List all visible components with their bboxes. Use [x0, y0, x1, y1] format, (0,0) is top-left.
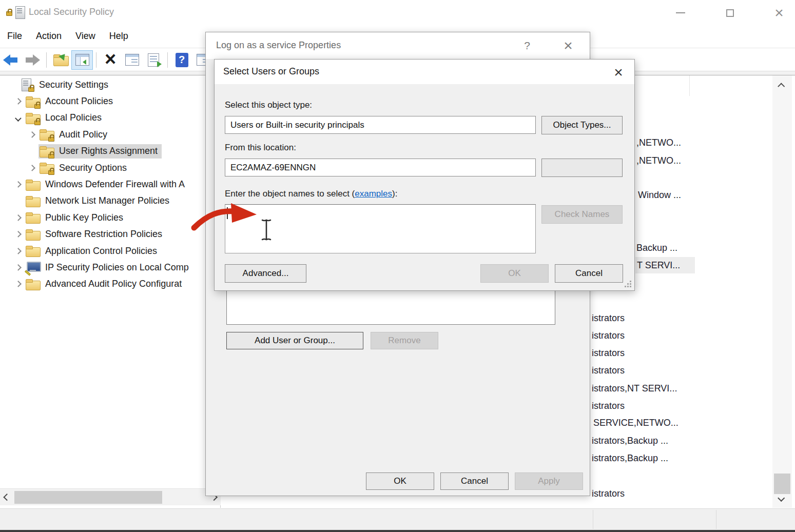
close-button[interactable]: ×: [770, 5, 788, 21]
list-row[interactable]: istrators: [592, 362, 625, 379]
chevron-right-icon[interactable]: [15, 281, 21, 287]
expander[interactable]: [11, 93, 25, 109]
up-one-level-button[interactable]: [50, 50, 71, 70]
dialog-close-button[interactable]: ×: [607, 63, 630, 82]
scroll-left-icon[interactable]: [3, 494, 11, 501]
chevron-right-icon[interactable]: [15, 214, 21, 221]
object-type-field[interactable]: Users or Built-in security principals: [225, 116, 536, 134]
list-row[interactable]: Backup ...: [636, 240, 677, 256]
list-row[interactable]: SERVICE,NETWO...: [593, 415, 678, 431]
list-row[interactable]: ,NETWO...: [636, 134, 681, 151]
expander[interactable]: [11, 259, 25, 275]
back-button[interactable]: [0, 50, 22, 70]
object-type-label: Select this object type:: [225, 100, 312, 110]
list-row[interactable]: istrators: [592, 345, 625, 361]
help-icon: ?: [176, 53, 188, 67]
tree-item-label: Application Control Policies: [45, 246, 157, 257]
list-row[interactable]: Window ...: [638, 187, 681, 203]
chevron-right-icon[interactable]: [15, 98, 21, 104]
object-names-input[interactable]: [225, 204, 536, 253]
resize-grip[interactable]: [625, 281, 632, 288]
cancel-button[interactable]: Cancel: [555, 264, 623, 283]
tree-item-advanced-audit-policy-configurat[interactable]: Advanced Audit Policy Configurat: [0, 276, 220, 292]
vertical-scrollbar[interactable]: [772, 75, 792, 508]
back-icon: [3, 54, 18, 66]
object-types-button[interactable]: Object Types...: [541, 116, 623, 134]
tree-item-public-key-policies[interactable]: Public Key Policies: [0, 209, 220, 226]
tree-item-user-rights-assignment[interactable]: User Rights Assignment: [0, 143, 220, 160]
tree-item-security-settings[interactable]: Security Settings: [0, 76, 220, 93]
horizontal-scrollbar[interactable]: [0, 488, 221, 505]
menu-view[interactable]: View: [75, 31, 95, 42]
tree-item-ip-security-policies-on-local-comp[interactable]: IP Security Policies on Local Comp: [0, 259, 220, 275]
chevron-right-icon[interactable]: [15, 248, 21, 254]
expander[interactable]: [25, 160, 38, 176]
tree-item-security-options[interactable]: Security Options: [0, 160, 220, 176]
list-row[interactable]: istrators: [592, 485, 625, 502]
expander[interactable]: [11, 226, 25, 243]
ok-button[interactable]: OK: [366, 472, 434, 490]
maximize-icon: [726, 9, 734, 17]
menu-help[interactable]: Help: [109, 31, 128, 42]
minimize-button[interactable]: [672, 5, 689, 21]
list-row[interactable]: T SERVI...: [635, 257, 695, 273]
chevron-right-icon[interactable]: [29, 165, 35, 171]
list-row[interactable]: istrators,NT SERVI...: [592, 380, 677, 397]
tree-item-network-list-manager-policies[interactable]: Network List Manager Policies: [0, 193, 220, 209]
expander[interactable]: [11, 243, 25, 259]
advanced-button[interactable]: Advanced...: [225, 264, 306, 283]
tree-item-account-policies[interactable]: Account Policies: [0, 93, 220, 109]
chevron-down-icon[interactable]: [15, 115, 21, 121]
location-field[interactable]: EC2AMAZ-69ENNGN: [225, 159, 536, 176]
ok-button: OK: [480, 264, 549, 283]
export-list-button[interactable]: [143, 50, 164, 70]
tree-item-windows-defender-firewall-with-a[interactable]: Windows Defender Firewall with A: [0, 176, 220, 192]
expander[interactable]: [11, 176, 25, 192]
tree-item-label: Advanced Audit Policy Configurat: [45, 279, 182, 289]
chevron-right-icon[interactable]: [15, 231, 21, 237]
expander: [11, 193, 25, 209]
locations-button[interactable]: [541, 159, 623, 177]
tree-item-audit-policy[interactable]: Audit Policy: [0, 126, 220, 143]
check-names-button: Check Names: [541, 205, 623, 224]
chevron-right-icon[interactable]: [15, 181, 21, 187]
chevron-right-icon[interactable]: [29, 131, 35, 137]
folder-icon: [26, 278, 42, 290]
tree-item-label: Security Options: [59, 163, 127, 173]
list-row[interactable]: istrators: [592, 327, 625, 344]
list-row[interactable]: istrators: [592, 398, 625, 414]
examples-link[interactable]: examples: [355, 189, 392, 199]
toolbar-separator: [96, 52, 96, 68]
list-row[interactable]: istrators,Backup ...: [592, 450, 668, 466]
tree-item-software-restriction-policies[interactable]: Software Restriction Policies: [0, 226, 220, 243]
delete-button[interactable]: ×: [100, 50, 121, 70]
properties-button[interactable]: [121, 50, 143, 70]
help-button[interactable]: ?: [171, 50, 192, 70]
expander[interactable]: [11, 110, 25, 126]
forward-button[interactable]: [22, 50, 43, 70]
maximize-button[interactable]: [721, 5, 739, 21]
cancel-button[interactable]: Cancel: [440, 472, 509, 490]
delete-icon: ×: [105, 49, 116, 69]
list-row[interactable]: istrators: [592, 310, 625, 326]
screen-bottom-edge: [0, 530, 795, 532]
vertical-scrollbar-thumb[interactable]: [774, 474, 790, 494]
show-console-tree-button[interactable]: [71, 50, 93, 70]
list-row[interactable]: ,NETWO...: [636, 152, 681, 169]
expander[interactable]: [11, 209, 25, 226]
assigned-users-listbox[interactable]: [226, 288, 555, 325]
scroll-down-icon[interactable]: [778, 494, 785, 502]
scroll-up-icon[interactable]: [778, 83, 785, 90]
horizontal-scrollbar-thumb[interactable]: [14, 491, 162, 504]
list-row[interactable]: istrators,Backup ...: [592, 432, 668, 449]
tree-item-application-control-policies[interactable]: Application Control Policies: [0, 243, 220, 259]
tree-item-local-policies[interactable]: Local Policies: [0, 110, 220, 126]
add-user-or-group-button[interactable]: Add User or Group...: [226, 332, 363, 349]
menu-file[interactable]: File: [7, 31, 22, 42]
dialog-help-button[interactable]: ?: [517, 36, 537, 55]
expander[interactable]: [11, 276, 25, 292]
dialog-close-button[interactable]: ×: [558, 36, 578, 55]
chevron-right-icon[interactable]: [15, 264, 21, 270]
menu-action[interactable]: Action: [36, 31, 62, 42]
expander[interactable]: [25, 126, 38, 143]
